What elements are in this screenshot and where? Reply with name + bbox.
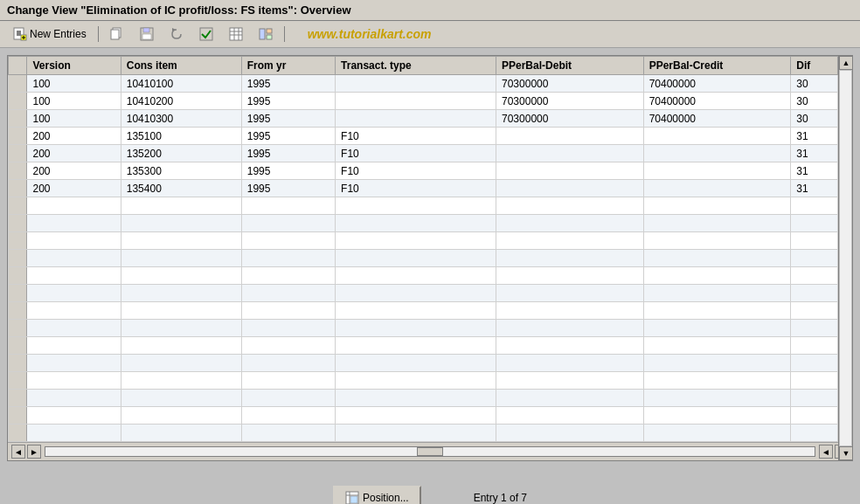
row-selector-cell[interactable] [9,93,27,110]
scroll-left-button[interactable]: ◄ [11,445,25,459]
table-row[interactable] [9,320,838,337]
row-selector-cell[interactable] [9,250,27,267]
cell-cons_item[interactable]: 135100 [121,128,241,145]
table-row[interactable] [9,425,838,442]
cell-version[interactable]: 200 [27,128,121,145]
cell-transact_type[interactable]: F10 [336,180,496,197]
cell-pperbal_credit[interactable] [643,145,791,162]
cell-version[interactable]: 100 [27,93,121,110]
cell-cons_item[interactable]: 135200 [121,145,241,162]
vertical-scrollbar[interactable]: ▲ ▼ [838,56,852,460]
save-button[interactable] [134,24,160,44]
row-selector-cell[interactable] [9,337,27,355]
col-header-version[interactable]: Version [27,57,121,75]
table-row[interactable] [9,232,838,250]
cell-pperbal_credit[interactable] [643,180,791,197]
table-row[interactable] [9,337,838,355]
cell-pperbal_debit[interactable]: 70300000 [496,110,644,128]
row-selector-cell[interactable] [9,425,27,442]
cell-dif[interactable]: 31 [791,180,838,197]
row-selector-cell[interactable] [9,232,27,250]
cell-dif[interactable]: 30 [791,110,838,128]
cell-from_yr[interactable]: 1995 [241,75,335,93]
cell-from_yr[interactable]: 1995 [241,128,335,145]
table-row[interactable] [9,250,838,267]
cell-version[interactable]: 200 [27,145,121,162]
col-header-pperbal-debit[interactable]: PPerBal-Debit [496,57,644,75]
cell-pperbal_debit[interactable]: 70300000 [496,75,644,93]
cell-version[interactable]: 100 [27,110,121,128]
table-row[interactable] [9,267,838,285]
table-row[interactable]: 2001352001995F1031 [9,145,838,162]
table-row[interactable]: 100104102001995703000007040000030 [9,93,838,110]
copy-button[interactable] [104,24,130,44]
table-row[interactable]: 2001354001995F1031 [9,180,838,197]
cell-dif[interactable]: 31 [791,128,838,145]
cell-pperbal_debit[interactable] [496,162,644,180]
row-selector-cell[interactable] [9,110,27,128]
col-header-pperbal-credit[interactable]: PPerBal-Credit [643,57,791,75]
cell-from_yr[interactable]: 1995 [241,162,335,180]
col-header-cons-item[interactable]: Cons item [121,57,241,75]
cell-from_yr[interactable]: 1995 [241,93,335,110]
cell-transact_type[interactable] [336,110,496,128]
table-row[interactable] [9,407,838,425]
cell-dif[interactable]: 31 [791,145,838,162]
row-selector-cell[interactable] [9,180,27,197]
table-row[interactable] [9,197,838,215]
table-row[interactable] [9,215,838,232]
cell-version[interactable]: 100 [27,75,121,93]
horizontal-scroll-bar[interactable]: ◄ ► ◄ ► [8,442,852,460]
row-selector-cell[interactable] [9,267,27,285]
cell-transact_type[interactable] [336,75,496,93]
cell-cons_item[interactable]: 10410200 [121,93,241,110]
cell-from_yr[interactable]: 1995 [241,180,335,197]
row-selector-cell[interactable] [9,128,27,145]
col-header-from-yr[interactable]: From yr [241,57,335,75]
cell-version[interactable]: 200 [27,180,121,197]
table-row[interactable] [9,355,838,372]
cell-from_yr[interactable]: 1995 [241,110,335,128]
table-row[interactable] [9,302,838,320]
cell-pperbal_credit[interactable] [643,162,791,180]
cell-pperbal_debit[interactable]: 70300000 [496,93,644,110]
row-selector-cell[interactable] [9,302,27,320]
table-row[interactable]: 100104103001995703000007040000030 [9,110,838,128]
cell-cons_item[interactable]: 10410100 [121,75,241,93]
row-selector-cell[interactable] [9,407,27,425]
scroll-right-button[interactable]: ► [27,445,41,459]
cell-pperbal_debit[interactable] [496,180,644,197]
row-selector-cell[interactable] [9,215,27,232]
scroll-thumb-area[interactable] [45,446,815,457]
row-selector-cell[interactable] [9,285,27,302]
row-selector-cell[interactable] [9,372,27,390]
row-selector-cell[interactable] [9,75,27,93]
cell-dif[interactable]: 30 [791,75,838,93]
undo-button[interactable] [163,24,190,44]
row-selector-cell[interactable] [9,320,27,337]
table-row[interactable]: 100104101001995703000007040000030 [9,75,838,93]
cell-cons_item[interactable]: 10410300 [121,110,241,128]
cell-pperbal_debit[interactable] [496,145,644,162]
table-button[interactable] [223,24,249,44]
table-row[interactable] [9,390,838,407]
position-button[interactable]: Position... [333,486,421,504]
cell-dif[interactable]: 30 [791,93,838,110]
row-selector-cell[interactable] [9,162,27,180]
layout-button[interactable] [253,24,279,44]
cell-pperbal_credit[interactable]: 70400000 [643,75,791,93]
scroll-up-button[interactable]: ▲ [839,56,853,70]
scroll-down-button[interactable]: ▼ [839,446,853,460]
check-button[interactable] [193,24,219,44]
table-row[interactable] [9,285,838,302]
horiz-scroll-left[interactable]: ◄ [819,445,833,459]
row-selector-cell[interactable] [9,390,27,407]
new-entries-button[interactable]: New Entries [7,24,93,44]
cell-pperbal_credit[interactable]: 70400000 [643,93,791,110]
cell-cons_item[interactable]: 135300 [121,162,241,180]
cell-pperbal_credit[interactable]: 70400000 [643,110,791,128]
cell-version[interactable]: 200 [27,162,121,180]
cell-pperbal_debit[interactable] [496,128,644,145]
col-header-dif[interactable]: Dif [791,57,838,75]
cell-transact_type[interactable]: F10 [336,162,496,180]
